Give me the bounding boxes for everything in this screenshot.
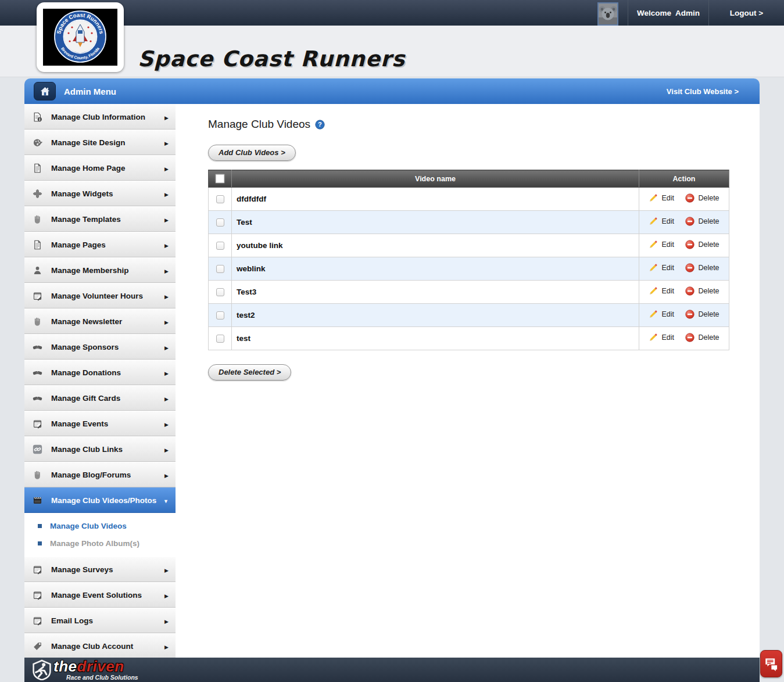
sidebar-item-label: Manage Templates: [51, 215, 164, 224]
sidebar-item[interactable]: Manage Widgets: [24, 181, 176, 206]
row-checkbox[interactable]: [216, 242, 224, 250]
delete-circle-icon: [685, 217, 694, 226]
sidebar-item[interactable]: Manage Volunteer Hours: [24, 283, 176, 308]
row-checkbox[interactable]: [216, 218, 224, 227]
footer-brand[interactable]: thedriven Race and Club Solutions: [31, 659, 138, 681]
row-checkbox[interactable]: [216, 265, 224, 273]
tag-icon: [33, 641, 42, 651]
sidebar-item[interactable]: Manage Surveys: [24, 557, 176, 582]
sidebar-item-label: Manage Donations: [51, 368, 164, 377]
video-row: dfdfdfdf Edit Delete: [209, 188, 729, 211]
sidebar-item-label: Manage Volunteer Hours: [51, 292, 164, 300]
delete-button[interactable]: Delete: [685, 240, 719, 249]
sidebar-item-label: Manage Club Information: [51, 113, 164, 121]
sidebar-item[interactable]: Manage Membership: [24, 257, 176, 283]
edit-button[interactable]: Edit: [649, 193, 674, 203]
visit-club-website-link[interactable]: Visit Club Website >: [667, 87, 739, 96]
runner-shield-icon: [31, 659, 52, 680]
page-icon: [33, 240, 42, 250]
sidebar-item-label: Manage Club Links: [51, 445, 164, 454]
bullet-square-icon: [38, 541, 42, 545]
sidebar-item[interactable]: Manage Donations: [24, 360, 176, 385]
chevron-icon: [164, 564, 169, 575]
club-logo[interactable]: Space Coast Runners Brevard County, Flor…: [37, 2, 124, 72]
user-avatar[interactable]: [597, 2, 618, 26]
edit-button[interactable]: Edit: [649, 310, 674, 319]
chevron-icon: [164, 418, 169, 429]
video-name: dfdfdfdf: [237, 195, 266, 203]
person-icon: [33, 265, 42, 275]
chevron-icon: [164, 342, 169, 352]
content-frame: Admin Menu Visit Club Website > Manage C…: [24, 78, 760, 682]
select-all-checkbox[interactable]: [216, 174, 224, 183]
sidebar-item[interactable]: Manage Club Account: [24, 633, 176, 658]
sidebar-item-label: Manage Site Design: [51, 138, 164, 147]
sidebar-item[interactable]: Manage Events: [24, 411, 176, 436]
logout-button[interactable]: Logout >: [708, 0, 784, 26]
chevron-icon: [164, 393, 169, 403]
sidebar-item[interactable]: Manage Templates: [24, 206, 176, 232]
calendar-icon: [33, 590, 42, 600]
chevron-icon: [164, 615, 169, 626]
sidebar-item[interactable]: Manage Site Design: [24, 130, 176, 155]
link-icon: [33, 444, 42, 454]
delete-selected-button[interactable]: Delete Selected >: [208, 364, 291, 381]
edit-button[interactable]: Edit: [649, 263, 674, 272]
video-name: Test3: [237, 288, 256, 296]
delete-circle-icon: [685, 263, 694, 272]
sidebar-item[interactable]: Manage Home Page: [24, 155, 176, 181]
pencil-icon: [649, 310, 658, 319]
delete-button[interactable]: Delete: [685, 263, 719, 272]
chevron-icon: [164, 590, 169, 600]
calendar-icon: [33, 419, 42, 429]
videos-table: Video name Action dfdfdfdf: [208, 170, 729, 350]
row-checkbox[interactable]: [216, 311, 224, 320]
top-bar-right: Welcome Admin Logout >: [597, 0, 784, 26]
row-checkbox[interactable]: [216, 195, 224, 203]
delete-button[interactable]: Delete: [685, 333, 719, 342]
video-row: youtube link Edit Delete: [209, 234, 729, 257]
row-checkbox[interactable]: [216, 288, 224, 296]
edit-button[interactable]: Edit: [649, 217, 674, 226]
sidebar-item[interactable]: Manage Blog/Forums: [24, 462, 176, 487]
admin-page: Welcome Admin Logout > Space Coast Runne…: [0, 0, 784, 682]
sidebar-item[interactable]: Manage Club Videos/Photos: [24, 487, 176, 513]
sidebar-item[interactable]: Email Logs: [24, 608, 176, 633]
video-row: Test Edit Delete: [209, 211, 729, 234]
sidebar-subitem[interactable]: Manage Club Videos: [24, 517, 176, 534]
brand-the: the: [53, 658, 77, 675]
edit-button[interactable]: Edit: [649, 333, 674, 342]
home-button[interactable]: [34, 82, 56, 100]
sidebar-subitem-label: Manage Club Videos: [50, 522, 127, 530]
koala-avatar-icon: [599, 3, 617, 24]
hand-icon: [33, 470, 42, 480]
help-icon[interactable]: [315, 120, 325, 130]
edit-button[interactable]: Edit: [649, 286, 674, 296]
sidebar-item[interactable]: Manage Club Links: [24, 436, 176, 462]
delete-button[interactable]: Delete: [685, 310, 719, 319]
sidebar-item-label: Manage Membership: [51, 266, 164, 275]
delete-button[interactable]: Delete: [685, 217, 719, 226]
sidebar-item-label: Manage Gift Cards: [51, 394, 164, 403]
sidebar-item[interactable]: Manage Club Information: [24, 104, 176, 130]
delete-button[interactable]: Delete: [685, 286, 719, 296]
add-club-videos-button[interactable]: Add Club Videos >: [208, 145, 296, 161]
chat-widget-button[interactable]: [760, 650, 782, 677]
sidebar-item[interactable]: Manage Sponsors: [24, 334, 176, 360]
brand-driven: driven: [77, 658, 124, 675]
chevron-icon: [164, 367, 169, 378]
chat-bubbles-icon: [764, 656, 779, 672]
pencil-icon: [649, 193, 658, 203]
sidebar-subitem[interactable]: Manage Photo Album(s): [24, 534, 176, 552]
video-name: test: [237, 334, 250, 343]
sidebar-item[interactable]: Manage Event Solutions: [24, 582, 176, 608]
sidebar-item-label: Manage Blog/Forums: [51, 471, 164, 479]
admin-menu-bar: Admin Menu Visit Club Website >: [24, 78, 760, 104]
delete-button[interactable]: Delete: [685, 193, 719, 203]
sidebar-item[interactable]: Manage Pages: [24, 232, 176, 257]
pencil-icon: [649, 217, 658, 226]
sidebar-item[interactable]: Manage Newsletter: [24, 308, 176, 334]
row-checkbox[interactable]: [216, 335, 224, 343]
edit-button[interactable]: Edit: [649, 240, 674, 249]
sidebar-item[interactable]: Manage Gift Cards: [24, 385, 176, 411]
